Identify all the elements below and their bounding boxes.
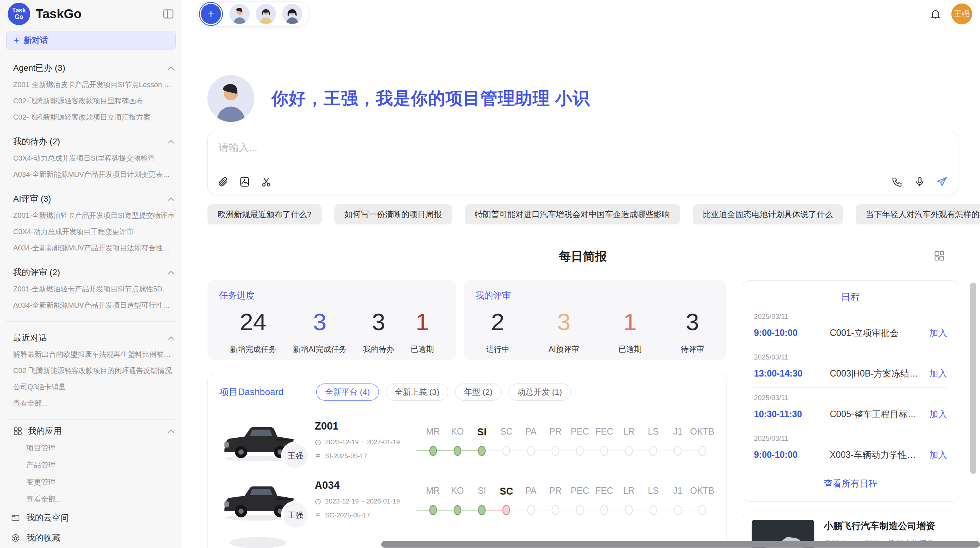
chevron-up-icon[interactable] <box>167 428 175 434</box>
user-avatar[interactable]: 王强 <box>951 3 972 24</box>
stat-label: 已逾期 <box>411 344 434 354</box>
schedule-event-title: C001-立项审批会 <box>830 327 924 339</box>
milestone: PEC <box>568 486 592 515</box>
sidebar-list: Agent已办 (3) Z001-全新燃油皮卡产品开发项目SI节点Lesson … <box>6 50 176 548</box>
attachment-icon[interactable] <box>217 176 229 188</box>
suggestion-chip[interactable]: 比亚迪全固态电池计划具体说了什么 <box>693 204 843 224</box>
image-icon[interactable] <box>239 176 250 188</box>
sidebar-item[interactable]: A034-全新新能源MUV产品开发项目造型可行性评审 <box>13 297 175 313</box>
schedule-item: 2025/03/11 13:00-14:30 C003|H0B-方案冻结评审 加… <box>754 347 947 388</box>
stat: 2 进行中 <box>486 310 509 354</box>
agent-avatar[interactable] <box>256 4 276 24</box>
join-link[interactable]: 加入 <box>929 408 947 420</box>
chat-input[interactable] <box>219 141 838 164</box>
milestone: SC <box>494 426 519 456</box>
app-item-project-mgmt[interactable]: 项目管理 <box>13 440 175 457</box>
milestone-dot-pending <box>649 505 657 515</box>
section-my-todo[interactable]: 我的待办 (2) <box>13 133 175 150</box>
filter-pill[interactable]: 年型 (2) <box>455 384 502 401</box>
sidebar-item[interactable]: C0X4-动力总成开发项目SI里程碑提交物检查 <box>13 150 175 166</box>
milestone-dot-pending <box>552 505 559 515</box>
news-title: 小鹏飞行汽车制造公司增资 <box>824 520 949 532</box>
project-info: Z001 2023-12-19 ~ 2027-01-19 SI-2025-05-… <box>315 420 415 460</box>
project-row[interactable]: 王强 Z001 2023-12-19 ~ 2027-01-19 <box>219 409 714 468</box>
milestone: LS <box>641 486 665 515</box>
vertical-scrollbar[interactable] <box>970 283 976 474</box>
dashboard-header: 项目Dashboard 全新平台 (4) 全新上装 (3) 年型 (2) 动总开… <box>219 384 714 401</box>
schedule-item: 2025/03/11 9:00-10:00 C001-立项审批会 加入 <box>754 307 947 347</box>
milestone-dot-pending <box>600 505 608 515</box>
suggestion-chip[interactable]: 如何写一份清晰的项目周报 <box>334 204 452 224</box>
milestone: OKTB <box>690 486 714 515</box>
sidebar-item-cloud-space[interactable]: 我的云空间 <box>11 508 175 528</box>
chevron-up-icon[interactable] <box>167 335 175 341</box>
sidebar-item[interactable]: C02-飞腾新能源轻客改款项目里程碑画布 <box>13 93 175 109</box>
app-item-product-mgmt[interactable]: 产品管理 <box>13 457 175 474</box>
milestone-dot-pending <box>552 446 559 456</box>
flag-icon <box>315 453 321 460</box>
chevron-up-icon[interactable] <box>167 139 175 144</box>
owner-badge: 王强 <box>283 444 308 468</box>
sidebar-item[interactable]: Z001-全新燃油皮卡产品开发项目SI节点Lesson Learn报告 <box>13 77 175 93</box>
join-link[interactable]: 加入 <box>929 327 947 339</box>
microphone-icon[interactable] <box>914 176 925 188</box>
app-item-change-mgmt[interactable]: 变更管理 <box>13 474 175 491</box>
phone-call-icon[interactable] <box>891 176 903 188</box>
stat-label: 待评审 <box>681 344 704 354</box>
sidebar-item[interactable]: C02-飞腾新能源轻客改款项目立项汇报方案 <box>13 109 175 125</box>
schedule-item: 2025/03/11 9:00-10:00 X003-车辆动力学性能验... 加… <box>754 428 947 469</box>
section-title: AI评审 (3) <box>13 193 167 205</box>
suggestion-chip[interactable]: 特朗普可能对进口汽车增税会对中国车企造成哪些影响 <box>465 204 680 224</box>
new-chat-button[interactable]: + 新对话 <box>6 31 176 50</box>
view-all-schedule-link[interactable]: 查看所有日程 <box>754 469 947 490</box>
milestone-dot-done <box>454 446 461 456</box>
project-row[interactable]: 王强 A034 2023-12-19 ~ 2026-01-19 <box>219 468 714 527</box>
send-icon[interactable] <box>936 176 948 188</box>
suggestion-chip[interactable]: 欧洲新规最近颁布了什么? <box>207 204 322 224</box>
milestone-dot-pending <box>698 505 706 515</box>
daily-briefing-header: 每日简报 <box>207 248 958 265</box>
sidebar-item-favorites[interactable]: 我的收藏 <box>11 528 175 548</box>
agent-avatar[interactable] <box>282 4 302 24</box>
sidebar-item[interactable]: C0X4-动力总成开发项目工程变更评审 <box>13 224 175 240</box>
join-link[interactable]: 加入 <box>929 449 947 461</box>
stat-label: 新增完成任务 <box>230 344 276 354</box>
add-agent-button[interactable]: + <box>201 4 221 24</box>
section-my-review[interactable]: 我的评审 (2) <box>13 264 175 281</box>
sidebar-item[interactable]: Z001-全新燃油轻卡产品开发项目SI造型提交物评审 <box>13 207 175 224</box>
layout-grid-icon[interactable] <box>934 250 945 262</box>
clock-icon <box>315 498 321 505</box>
filter-pill[interactable]: 全新平台 (4) <box>316 384 379 401</box>
notification-bell-icon[interactable] <box>930 8 941 20</box>
scissors-icon[interactable] <box>260 176 272 188</box>
dashboard-title: 项目Dashboard <box>219 386 316 398</box>
project-image: 王强 <box>219 475 297 524</box>
section-recent-chats[interactable]: 最近对话 <box>13 329 175 346</box>
filter-pill[interactable]: 全新上装 (3) <box>386 384 449 401</box>
app-item-view-all[interactable]: 查看全部... <box>13 491 175 508</box>
section-my-apps[interactable]: 我的应用 <box>13 423 175 440</box>
schedule-event-title: C003|H0B-方案冻结评审 <box>830 368 924 380</box>
chevron-up-icon[interactable] <box>167 270 175 275</box>
recent-chat-view-all[interactable]: 查看全部... <box>13 395 175 411</box>
recent-chat-item[interactable]: 解释最新出台的欧盟报废车法规再生塑料比例被调至15%... <box>13 346 175 363</box>
horizontal-scrollbar[interactable] <box>381 541 980 548</box>
briefing-columns: 任务进度 24 新增完成任务 3 新增AI完成任务 <box>207 280 958 548</box>
chevron-up-icon[interactable] <box>167 196 175 202</box>
chevron-up-icon[interactable] <box>167 65 175 71</box>
milestone: PA <box>519 486 543 515</box>
stat: 3 我的待办 <box>363 310 394 354</box>
section-ai-review[interactable]: AI评审 (3) <box>13 190 175 207</box>
agent-avatar[interactable] <box>230 4 250 24</box>
sidebar-item[interactable]: Z001-全新燃油轻卡产品开发项目SI节点属性5D文件评审 <box>13 281 175 297</box>
recent-chat-item[interactable]: C02-飞腾新能源轻客改款项目的闭环通告反馈情况 <box>13 363 175 379</box>
filter-pill[interactable]: 动总开发 (1) <box>509 384 571 401</box>
sidebar-item[interactable]: A034-全新新能源MUV产品开发项目法规符合性评审 <box>13 240 175 256</box>
sidebar-item[interactable]: A034-全新新能源MUV产品开发项目计划变更表编写 <box>13 166 175 183</box>
schedule-date: 2025/03/11 <box>754 435 947 443</box>
section-agent-done[interactable]: Agent已办 (3) <box>13 60 175 77</box>
join-link[interactable]: 加入 <box>929 368 947 380</box>
recent-chat-item[interactable]: 公司Q3轻卡销量 <box>13 379 175 395</box>
suggestion-chip[interactable]: 当下年轻人对汽车外观有怎样的喜好趋势 <box>856 204 980 224</box>
sidebar-collapse-icon[interactable] <box>163 9 174 19</box>
